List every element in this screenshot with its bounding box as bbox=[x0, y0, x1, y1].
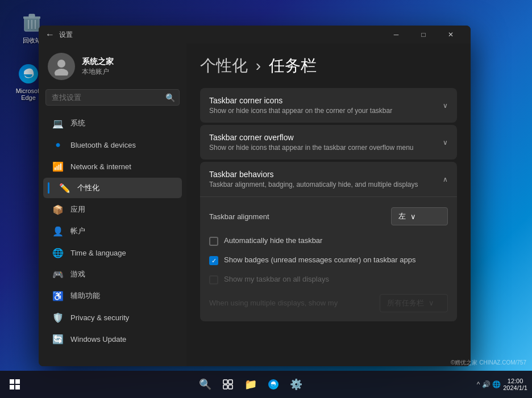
back-button[interactable]: ← bbox=[45, 30, 55, 40]
accounts-icon: 👤 bbox=[52, 225, 64, 237]
settings-body: 系统之家 本地账户 🔍 💻 系统 ● Bluetooth & devices bbox=[39, 44, 471, 366]
multiple-displays-dropdown[interactable]: 所有任务栏 ∨ bbox=[380, 294, 448, 312]
nav-label-network: Network & internet bbox=[70, 162, 131, 171]
nav-item-accessibility[interactable]: ♿ 辅助功能 bbox=[43, 286, 182, 306]
taskbar-time-display: 12:00 bbox=[503, 378, 527, 384]
nav-item-gaming[interactable]: 🎮 游戏 bbox=[43, 264, 182, 284]
search-box: 🔍 bbox=[45, 89, 180, 106]
nav-item-accounts[interactable]: 👤 帐户 bbox=[43, 221, 182, 241]
section-subtitle-corner-icons: Show or hide icons that appear on the co… bbox=[209, 107, 392, 115]
title-bar-controls: ─ □ ✕ bbox=[383, 26, 464, 43]
page-header: 个性化 › 任务栏 bbox=[200, 55, 457, 77]
svg-rect-11 bbox=[10, 385, 14, 389]
nav-label-apps: 应用 bbox=[70, 204, 85, 215]
section-title-block-corner-icons: Taskbar corner icons Show or hide icons … bbox=[209, 96, 392, 115]
taskbar-search-button[interactable]: 🔍 bbox=[195, 374, 215, 395]
nav-item-time[interactable]: 🌐 Time & language bbox=[43, 242, 182, 263]
search-input[interactable] bbox=[45, 89, 180, 106]
section-title-corner-icons: Taskbar corner icons bbox=[209, 96, 392, 105]
main-content: 个性化 › 任务栏 Taskbar corner icons Show or h… bbox=[186, 44, 471, 366]
svg-rect-16 bbox=[228, 385, 232, 389]
breadcrumb-parent: 个性化 bbox=[200, 57, 248, 74]
nav-item-bluetooth[interactable]: ● Bluetooth & devices bbox=[43, 135, 182, 155]
taskbar-tray: ^ 🔊 🌐 bbox=[477, 380, 501, 388]
svg-rect-13 bbox=[223, 380, 227, 384]
active-accent bbox=[48, 182, 49, 194]
svg-rect-15 bbox=[223, 385, 227, 389]
multiple-displays-chevron: ∨ bbox=[429, 299, 434, 307]
chevron-behaviors: ∧ bbox=[443, 175, 448, 183]
close-button[interactable]: ✕ bbox=[438, 26, 464, 43]
taskbar-file-explorer-button[interactable]: 📁 bbox=[240, 374, 261, 395]
badges-checkbox[interactable] bbox=[209, 256, 218, 265]
section-subtitle-overflow: Show or hide icons that appear in the ta… bbox=[209, 144, 414, 152]
multiple-displays-value: 所有任务栏 bbox=[387, 298, 424, 308]
nav-label-bluetooth: Bluetooth & devices bbox=[70, 141, 136, 149]
alldisplays-checkbox[interactable] bbox=[209, 275, 218, 284]
gaming-icon: 🎮 bbox=[52, 269, 64, 280]
nav-label-gaming: 游戏 bbox=[70, 269, 85, 279]
title-bar: ← 设置 ─ □ ✕ bbox=[39, 26, 471, 44]
window-title: 设置 bbox=[59, 30, 383, 40]
taskbar-task-view-button[interactable] bbox=[218, 374, 238, 395]
svg-rect-12 bbox=[15, 385, 20, 389]
apps-icon: 📦 bbox=[52, 204, 64, 215]
svg-rect-10 bbox=[15, 379, 20, 384]
nav-item-update[interactable]: 🔄 Windows Update bbox=[43, 329, 182, 349]
search-icon: 🔍 bbox=[165, 93, 175, 102]
breadcrumb-current: 任务栏 bbox=[269, 57, 317, 74]
section-subtitle-behaviors: Taskbar alignment, badging, automaticall… bbox=[209, 181, 418, 188]
taskbar-settings-button[interactable]: ⚙️ bbox=[286, 374, 306, 395]
multiple-displays-label: When using multiple displays, show my bbox=[209, 299, 373, 307]
autohide-checkbox[interactable] bbox=[209, 237, 218, 246]
nav-item-system[interactable]: 💻 系统 bbox=[43, 113, 182, 133]
breadcrumb-arrow: › bbox=[256, 57, 265, 74]
alignment-dropdown[interactable]: 左 ∨ bbox=[391, 207, 448, 225]
taskbar-edge-button[interactable] bbox=[263, 374, 284, 395]
user-profile[interactable]: 系统之家 本地账户 bbox=[39, 44, 186, 87]
svg-rect-2 bbox=[29, 14, 35, 17]
user-info: 系统之家 本地账户 bbox=[82, 57, 114, 77]
chevron-overflow: ∨ bbox=[443, 139, 448, 146]
taskbar: 🔍 📁 bbox=[0, 371, 532, 398]
svg-point-8 bbox=[55, 69, 68, 76]
nav-label-accounts: 帐户 bbox=[70, 226, 85, 236]
nav-label-time: Time & language bbox=[70, 249, 126, 257]
start-button[interactable] bbox=[5, 374, 25, 395]
taskbar-right: ^ 🔊 🌐 12:00 2024/1/1 bbox=[477, 378, 527, 391]
nav-item-network[interactable]: 📶 Network & internet bbox=[43, 156, 182, 177]
section-title-block-overflow: Taskbar corner overflow Show or hide ico… bbox=[209, 133, 414, 152]
system-icon: 💻 bbox=[52, 118, 64, 129]
checkbox-row-autohide: Automatically hide the taskbar bbox=[200, 231, 457, 250]
setting-row-multiple-displays: When using multiple displays, show my 所有… bbox=[200, 290, 457, 317]
bluetooth-icon: ● bbox=[52, 139, 64, 150]
taskbar-date-display: 2024/1/1 bbox=[503, 384, 527, 391]
section-title-behaviors: Taskbar behaviors bbox=[209, 170, 418, 179]
section-taskbar-corner-icons: Taskbar corner icons Show or hide icons … bbox=[200, 88, 457, 123]
section-taskbar-corner-overflow: Taskbar corner overflow Show or hide ico… bbox=[200, 125, 457, 160]
user-type: 本地账户 bbox=[82, 67, 114, 77]
svg-rect-14 bbox=[228, 380, 232, 384]
section-header-behaviors[interactable]: Taskbar behaviors Taskbar alignment, bad… bbox=[200, 162, 457, 196]
svg-rect-9 bbox=[10, 379, 14, 384]
section-header-corner-icons[interactable]: Taskbar corner icons Show or hide icons … bbox=[200, 88, 457, 123]
section-header-overflow[interactable]: Taskbar corner overflow Show or hide ico… bbox=[200, 125, 457, 160]
nav-item-privacy[interactable]: 🛡️ Privacy & security bbox=[43, 307, 182, 328]
alldisplays-label: Show my taskbar on all displays bbox=[224, 274, 329, 284]
taskbar-clock[interactable]: 12:00 2024/1/1 bbox=[503, 378, 527, 391]
checkbox-row-badges: Show badges (unread messages counter) on… bbox=[200, 250, 457, 270]
setting-row-alignment: Taskbar alignment 左 ∨ bbox=[200, 202, 457, 231]
nav-item-personalization[interactable]: ✏️ 个性化 bbox=[43, 178, 182, 198]
edge-icon bbox=[17, 62, 40, 85]
section-title-block-behaviors: Taskbar behaviors Taskbar alignment, bad… bbox=[209, 170, 418, 188]
time-icon: 🌐 bbox=[52, 247, 64, 258]
privacy-icon: 🛡️ bbox=[52, 312, 64, 323]
nav-item-apps[interactable]: 📦 应用 bbox=[43, 199, 182, 220]
alignment-label: Taskbar alignment bbox=[209, 212, 384, 221]
minimize-button[interactable]: ─ bbox=[383, 26, 409, 43]
user-name: 系统之家 bbox=[82, 57, 114, 67]
nav-label-privacy: Privacy & security bbox=[70, 313, 129, 322]
watermark: ©赠优之家 CHINAZ.COM/757 bbox=[451, 359, 526, 367]
accessibility-icon: ♿ bbox=[52, 290, 64, 301]
maximize-button[interactable]: □ bbox=[410, 26, 437, 43]
